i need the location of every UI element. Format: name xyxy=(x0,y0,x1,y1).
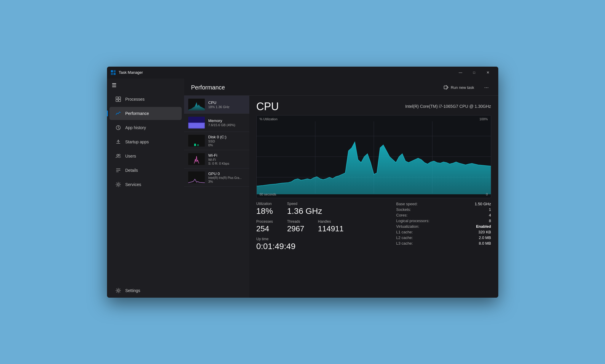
sidebar-item-processes[interactable]: Processes xyxy=(109,93,182,106)
cores-val: 4 xyxy=(489,213,491,217)
stat-threads: Threads 2967 xyxy=(287,219,311,233)
specs-panel: Base speed: 1.50 GHz Sockets: 1 Cores: 4 xyxy=(390,202,491,255)
device-item-wifi[interactable]: Wi-Fi Wi-Fi S: 0 R: 0 Kbps xyxy=(184,150,249,169)
svg-rect-5 xyxy=(119,97,121,99)
minimize-button[interactable]: — xyxy=(454,68,467,77)
svg-rect-25 xyxy=(188,171,205,183)
page-title: Performance xyxy=(191,84,441,91)
hamburger-menu[interactable]: ☰ xyxy=(107,78,184,92)
disk-sub1: SSD xyxy=(208,139,245,143)
content-area: ☰ Processes xyxy=(107,78,498,298)
spec-logical: Logical processors: 8 xyxy=(396,219,491,223)
wifi-thumbnail xyxy=(188,153,205,165)
l2-key: L2 cache: xyxy=(396,235,413,240)
stat-handles: Handles 114911 xyxy=(318,219,344,233)
logical-key: Logical processors: xyxy=(396,219,430,223)
disk-info: Disk 0 (C:) SSD 0% xyxy=(208,135,245,147)
spec-l3: L3 cache: 8.0 MB xyxy=(396,241,491,246)
l1-key: L1 cache: xyxy=(396,230,413,234)
sidebar-label-users: Users xyxy=(125,154,136,158)
spec-l1: L1 cache: 320 KB xyxy=(396,230,491,234)
threads-label: Threads xyxy=(287,219,311,224)
svg-rect-22 xyxy=(194,144,196,146)
sidebar-label-settings: Settings xyxy=(125,288,141,293)
svg-rect-7 xyxy=(119,100,121,102)
memory-name: Memory xyxy=(208,118,245,123)
main-header: Performance Run new task ··· xyxy=(184,78,498,96)
device-item-gpu[interactable]: GPU 0 Intel(R) Iris(R) Plus Gra... 3% xyxy=(184,169,249,187)
sidebar-item-startup-apps[interactable]: Startup apps xyxy=(109,135,182,148)
svg-rect-0 xyxy=(111,70,113,72)
sidebar-item-performance[interactable]: Performance xyxy=(109,107,182,120)
gear-icon xyxy=(115,288,121,294)
spec-sockets: Sockets: 1 xyxy=(396,207,491,212)
stats-row-3: Up time 0:01:49:49 xyxy=(256,237,390,251)
memory-sub: 7.6/15.6 GB (49%) xyxy=(208,123,245,127)
sockets-key: Sockets: xyxy=(396,207,411,212)
sidebar-item-services[interactable]: Services xyxy=(109,178,182,191)
gpu-name: GPU 0 xyxy=(208,171,245,176)
memory-info: Memory 7.6/15.6 GB (49%) xyxy=(208,118,245,127)
utilization-label: Utilization xyxy=(256,202,280,206)
uptime-value: 0:01:49:49 xyxy=(256,242,296,251)
cpu-chart-area: % Utilization 100% 60 seconds 0 xyxy=(256,115,491,198)
svg-point-15 xyxy=(117,290,119,291)
handles-value: 114911 xyxy=(318,224,344,233)
startup-icon xyxy=(115,139,121,145)
titlebar: Task Manager — □ ✕ xyxy=(107,67,498,78)
close-button[interactable]: ✕ xyxy=(481,68,495,77)
app-icon xyxy=(111,70,116,75)
svg-rect-6 xyxy=(116,100,118,102)
memory-thumbnail xyxy=(188,117,205,129)
bottom-stats: Utilization 18% Speed 1.36 GHz xyxy=(256,202,491,255)
gpu-sub2: 3% xyxy=(208,180,245,183)
sidebar-label-details: Details xyxy=(125,168,138,173)
more-options-button[interactable]: ··· xyxy=(482,83,491,92)
run-new-task-button[interactable]: Run new task xyxy=(441,83,477,92)
wifi-name: Wi-Fi xyxy=(208,153,245,158)
sidebar: ☰ Processes xyxy=(107,78,184,298)
speed-label: Speed xyxy=(287,202,322,206)
device-item-disk[interactable]: Disk 0 (C:) SSD 0% xyxy=(184,132,249,150)
device-item-memory[interactable]: Memory 7.6/15.6 GB (49%) xyxy=(184,114,249,132)
sidebar-item-settings[interactable]: Settings xyxy=(109,284,182,297)
svg-marker-17 xyxy=(188,102,205,110)
sidebar-label-processes: Processes xyxy=(125,97,145,102)
sidebar-item-app-history[interactable]: App history xyxy=(109,121,182,134)
sidebar-label-app-history: App history xyxy=(125,125,146,130)
svg-rect-1 xyxy=(114,70,116,72)
stats-row-2: Processes 254 Threads 2967 Handles 11491… xyxy=(256,219,390,233)
l3-val: 8.0 MB xyxy=(479,241,491,246)
virtualization-val: Enabled xyxy=(476,224,491,229)
header-actions: Run new task ··· xyxy=(441,83,491,92)
sidebar-item-details[interactable]: Details xyxy=(109,164,182,177)
stat-processes: Processes 254 xyxy=(256,219,280,233)
wifi-info: Wi-Fi Wi-Fi S: 0 R: 0 Kbps xyxy=(208,153,245,165)
chart-icon xyxy=(115,110,121,116)
sidebar-item-users[interactable]: Users xyxy=(109,150,182,163)
detail-header: CPU Intel(R) Core(TM) i7-1065G7 CPU @ 1.… xyxy=(256,100,491,113)
svg-rect-20 xyxy=(189,123,204,128)
gpu-thumbnail xyxy=(188,171,205,183)
titlebar-title: Task Manager xyxy=(119,70,143,75)
sidebar-label-performance: Performance xyxy=(125,111,149,116)
main-body: CPU 18% 1.36 GHz xyxy=(184,96,498,298)
maximize-button[interactable]: □ xyxy=(467,68,481,77)
task-manager-window: Task Manager — □ ✕ ☰ Proce xyxy=(107,67,498,298)
device-item-cpu[interactable]: CPU 18% 1.36 GHz xyxy=(184,96,249,114)
l2-val: 2.0 MB xyxy=(479,235,491,240)
base-speed-key: Base speed: xyxy=(396,202,418,206)
device-list: CPU 18% 1.36 GHz xyxy=(184,96,249,298)
cpu-chart-svg xyxy=(257,116,491,198)
processes-label: Processes xyxy=(256,219,280,224)
cpu-sub: 18% 1.36 GHz xyxy=(208,105,245,109)
wifi-sub1: Wi-Fi xyxy=(208,158,245,161)
stats-row-1: Utilization 18% Speed 1.36 GHz xyxy=(256,202,390,216)
detail-title: CPU xyxy=(256,100,279,113)
uptime-label: Up time xyxy=(256,237,296,241)
chart-util-label: % Utilization xyxy=(260,117,278,121)
svg-rect-4 xyxy=(116,97,118,99)
run-new-task-label: Run new task xyxy=(451,85,474,90)
cores-key: Cores: xyxy=(396,213,408,217)
l1-val: 320 KB xyxy=(478,230,491,234)
